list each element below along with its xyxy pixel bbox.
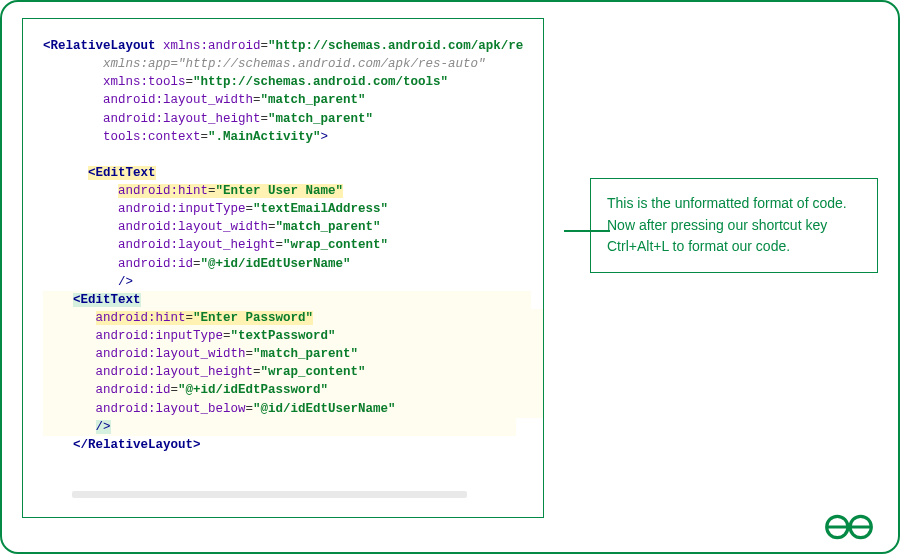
attr: android:layout_height [103, 112, 261, 126]
attr-value: "match_parent" [261, 93, 366, 107]
attr-value: "Enter User Name" [216, 184, 344, 198]
callout-line: Ctrl+Alt+L to format our code. [607, 236, 861, 258]
attr: xmlns:tools [103, 75, 186, 89]
attr: android:inputType [96, 329, 224, 343]
attr-value: "match_parent" [276, 220, 381, 234]
self-close: /> [96, 420, 111, 434]
attr-value: "wrap_content" [261, 365, 366, 379]
attr-value: "match_parent" [253, 347, 358, 361]
xml-tag: </RelativeLayout> [73, 438, 201, 452]
self-close: /> [118, 275, 133, 289]
attr-value: "@id/idEdtUserName" [253, 402, 396, 416]
attr: android:layout_height [118, 238, 276, 252]
attr-value: "http://schemas.android.com/tools" [193, 75, 448, 89]
attr-value: ".MainActivity" [208, 130, 321, 144]
callout-line: Now after pressing our shortcut key [607, 215, 861, 237]
code-panel: <RelativeLayout xmlns:android="http://sc… [22, 18, 544, 518]
attr: android:inputType [118, 202, 246, 216]
xml-tag: <RelativeLayout [43, 39, 156, 53]
geeksforgeeks-logo-icon [822, 510, 876, 544]
attr-value: "wrap_content" [283, 238, 388, 252]
attr: android:layout_width [103, 93, 253, 107]
attr-value: "match_parent" [268, 112, 373, 126]
attr: android:id [118, 257, 193, 271]
attr: tools:context [103, 130, 201, 144]
attr-value: "http://schemas.android.com/apk/re [268, 39, 523, 53]
attr-value: "Enter Password" [193, 311, 313, 325]
xml-tag: <EditText [73, 293, 141, 307]
horizontal-scrollbar[interactable] [72, 491, 467, 498]
attr-value: "textPassword" [231, 329, 336, 343]
xml-tag: <EditText [88, 166, 156, 180]
attr: android:layout_below [96, 402, 246, 416]
attr: android:layout_width [118, 220, 268, 234]
callout-line: This is the unformatted format of code. [607, 193, 861, 215]
attr: android:id [96, 383, 171, 397]
attr-value: "@+id/idEdtPassword" [178, 383, 328, 397]
content-row: <RelativeLayout xmlns:android="http://sc… [22, 18, 878, 544]
figure-frame: <RelativeLayout xmlns:android="http://sc… [0, 0, 900, 554]
attr: xmlns:app [103, 57, 171, 71]
attr: xmlns:android [163, 39, 261, 53]
callout-connector [564, 230, 610, 232]
attr: android:layout_width [96, 347, 246, 361]
attr-value: "http://schemas.android.com/apk/res-auto… [178, 57, 486, 71]
attr: android:layout_height [96, 365, 254, 379]
attr-value: "@+id/idEdtUserName" [201, 257, 351, 271]
callout-box: This is the unformatted format of code. … [590, 178, 878, 273]
attr: android:hint [96, 311, 186, 325]
attr-value: "textEmailAddress" [253, 202, 388, 216]
attr: android:hint [118, 184, 208, 198]
